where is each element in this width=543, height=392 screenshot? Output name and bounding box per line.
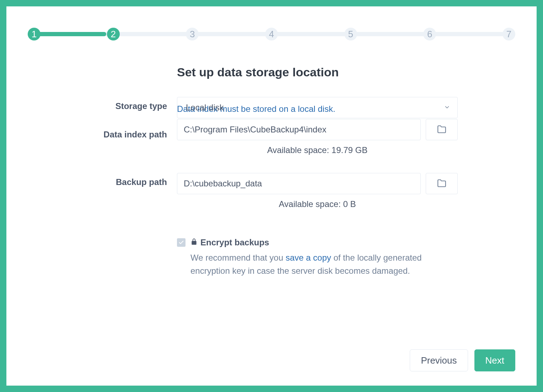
encrypt-row: Encrypt backups We recommend that you sa… bbox=[28, 227, 515, 277]
backup-path-available: Available space: 0 B bbox=[177, 199, 458, 209]
backup-path-row: Backup path Available space: 0 B bbox=[28, 173, 515, 220]
storage-form: Storage type Local disk Data index path … bbox=[28, 97, 515, 335]
step-3: 3 bbox=[186, 28, 199, 40]
check-icon bbox=[178, 240, 184, 245]
storage-type-value: Local disk bbox=[186, 103, 224, 113]
step-6: 6 bbox=[423, 28, 436, 40]
data-index-label: Data index path bbox=[28, 125, 177, 140]
folder-icon bbox=[437, 179, 446, 189]
chevron-down-icon bbox=[444, 103, 450, 113]
backup-path-browse-button[interactable] bbox=[426, 173, 458, 194]
encrypt-checkbox[interactable] bbox=[177, 238, 186, 247]
storage-type-row: Storage type Local disk bbox=[28, 97, 515, 118]
step-2[interactable]: 2 bbox=[107, 28, 120, 40]
backup-path-input[interactable] bbox=[177, 173, 421, 194]
folder-icon bbox=[437, 125, 446, 135]
data-index-browse-button[interactable] bbox=[426, 119, 458, 140]
storage-type-select[interactable]: Local disk bbox=[177, 97, 458, 118]
backup-path-label: Backup path bbox=[28, 173, 177, 187]
lock-icon bbox=[190, 238, 198, 247]
step-progress: 1 2 3 4 5 6 7 bbox=[28, 28, 515, 40]
encrypt-recommendation: We recommend that you save a copy of the… bbox=[190, 251, 458, 277]
data-index-available: Available space: 19.79 GB bbox=[177, 145, 458, 155]
step-7: 7 bbox=[502, 28, 515, 40]
data-index-input[interactable] bbox=[177, 119, 421, 140]
previous-button[interactable]: Previous bbox=[410, 349, 468, 371]
step-1[interactable]: 1 bbox=[28, 28, 41, 40]
step-5: 5 bbox=[344, 28, 357, 40]
step-4: 4 bbox=[265, 28, 278, 40]
encrypt-label: Encrypt backups bbox=[190, 238, 269, 247]
setup-wizard-card: 1 2 3 4 5 6 7 Set up data storage locati… bbox=[6, 6, 537, 386]
save-copy-link[interactable]: save a copy bbox=[286, 253, 331, 262]
storage-type-label: Storage type bbox=[28, 97, 177, 111]
data-index-row: Data index path Data index must be store… bbox=[28, 125, 515, 166]
wizard-footer: Previous Next bbox=[28, 335, 515, 371]
page-title: Set up data storage location bbox=[177, 65, 515, 79]
next-button[interactable]: Next bbox=[474, 349, 515, 371]
